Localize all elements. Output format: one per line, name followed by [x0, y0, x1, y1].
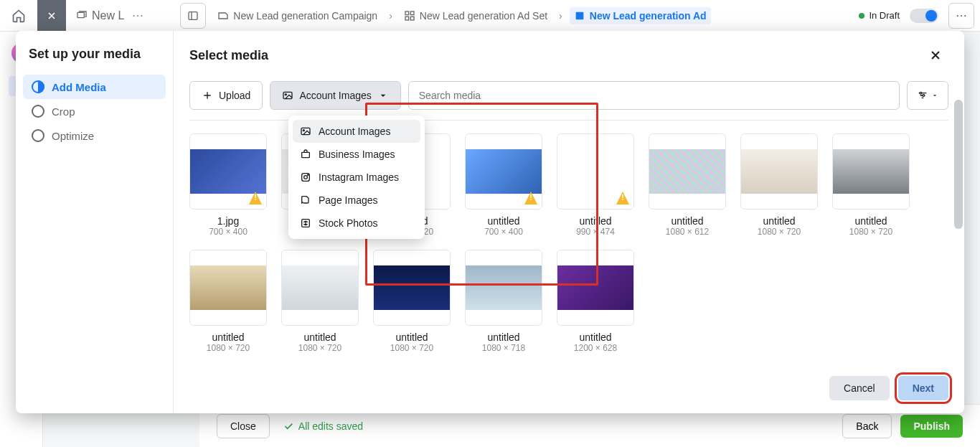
media-name: untitled: [303, 331, 336, 343]
chevron-right-icon: ›: [389, 10, 392, 22]
caret-down-icon: [931, 92, 938, 99]
media-tile[interactable]: untitled1200 × 628: [557, 250, 634, 353]
media-thumbnail[interactable]: [189, 133, 267, 210]
svg-rect-13: [302, 152, 310, 157]
filter-button[interactable]: [907, 81, 948, 110]
media-dimensions: 1080 × 720: [298, 343, 341, 353]
breadcrumb-adset[interactable]: New Lead generation Ad Set: [400, 7, 552, 24]
next-button[interactable]: Next: [898, 376, 948, 400]
media-thumbnail[interactable]: [465, 250, 542, 326]
search-input[interactable]: [408, 81, 900, 110]
media-thumbnail[interactable]: [281, 250, 359, 326]
svg-rect-4: [405, 17, 409, 20]
menu-business-images[interactable]: Business Images: [293, 143, 420, 166]
media-tile[interactable]: untitled1080 × 720: [373, 250, 451, 353]
svg-point-8: [286, 94, 287, 95]
thumbnail-image: [374, 265, 450, 310]
media-dimensions: 1080 × 612: [666, 227, 709, 237]
media-tile[interactable]: untitled990 × 474: [557, 133, 634, 237]
modal-footer: Cancel Next: [174, 367, 964, 413]
panel-toggle-icon[interactable]: [180, 3, 206, 29]
thumbnail-image: [557, 149, 633, 194]
media-tile[interactable]: 1.jpg700 × 400: [189, 133, 267, 237]
chevron-right-icon: ›: [559, 10, 562, 22]
media-thumbnail[interactable]: [557, 250, 634, 326]
status-toggle[interactable]: [910, 9, 938, 23]
media-name: untitled: [212, 331, 244, 343]
new-tab-label: New L: [92, 9, 124, 22]
menu-account-images[interactable]: Account Images: [293, 120, 420, 143]
media-thumbnail[interactable]: [465, 133, 542, 210]
empty-circle-icon: [32, 129, 44, 142]
media-dimensions: 1080 × 718: [482, 343, 525, 353]
svg-point-10: [923, 95, 925, 97]
svg-rect-11: [301, 128, 310, 134]
content-panel: Select media Upload Account Images: [174, 31, 964, 413]
media-dimensions: 1080 × 720: [207, 343, 250, 353]
step-optimize[interactable]: Optimize: [23, 123, 166, 148]
steps-title: Set up your media: [29, 47, 160, 62]
media-name: untitled: [579, 215, 611, 227]
breadcrumb-ad[interactable]: New Lead generation Ad: [570, 7, 711, 24]
cancel-button[interactable]: Cancel: [829, 376, 890, 400]
svg-rect-1: [189, 11, 197, 19]
svg-rect-3: [410, 11, 414, 15]
breadcrumb-campaign[interactable]: New Lead generation Campaign: [213, 7, 382, 24]
back-button[interactable]: Back: [842, 414, 892, 438]
media-thumbnail[interactable]: [740, 133, 818, 210]
top-breadcrumb-bar: New L ⋯ New Lead generation Campaign › N…: [0, 0, 980, 32]
svg-point-16: [308, 174, 308, 175]
image-source-dropdown[interactable]: Account Images: [270, 81, 400, 110]
menu-page-images[interactable]: Page Images: [293, 189, 420, 212]
media-name: untitled: [579, 331, 611, 343]
svg-rect-2: [405, 11, 409, 15]
media-dimensions: 1080 × 720: [390, 343, 433, 353]
media-thumbnail[interactable]: [557, 133, 634, 210]
media-tile[interactable]: untitled1080 × 720: [281, 250, 359, 353]
thumbnail-image: [466, 265, 542, 310]
menu-stock-photos[interactable]: Stock Photos: [293, 212, 420, 235]
media-thumbnail[interactable]: [373, 250, 451, 326]
saved-indicator: All edits saved: [283, 420, 363, 432]
close-modal-button[interactable]: [923, 42, 948, 68]
media-tile[interactable]: untitled1080 × 612: [649, 133, 726, 237]
upload-button[interactable]: Upload: [189, 81, 263, 110]
half-circle-icon: [32, 80, 44, 93]
close-tab-button[interactable]: [37, 0, 66, 32]
draft-status: In Draft: [859, 10, 900, 21]
media-tile[interactable]: untitled1080 × 720: [832, 133, 910, 237]
media-tile[interactable]: untitled1080 × 720: [740, 133, 818, 237]
close-button[interactable]: Close: [217, 414, 270, 438]
publish-button[interactable]: Publish: [900, 415, 963, 438]
media-tile[interactable]: untitled1080 × 718: [465, 250, 542, 353]
home-icon[interactable]: [6, 3, 32, 29]
svg-point-9: [920, 92, 922, 94]
content-title: Select media: [189, 48, 268, 63]
svg-rect-5: [410, 17, 414, 20]
media-dimensions: 1200 × 628: [574, 343, 617, 353]
media-tile[interactable]: untitled700 × 400: [465, 133, 542, 237]
breadcrumb: New Lead generation Campaign › New Lead …: [213, 7, 710, 24]
thumbnail-image: [741, 149, 817, 194]
media-thumbnail[interactable]: [649, 133, 726, 210]
step-crop[interactable]: Crop: [23, 99, 166, 123]
media-name: untitled: [671, 215, 703, 227]
caret-down-icon: [377, 90, 389, 101]
steps-panel: Set up your media Add Media Crop Optimiz…: [16, 31, 174, 413]
media-tile[interactable]: untitled1080 × 720: [189, 250, 267, 353]
thumbnail-image: [282, 265, 358, 310]
svg-rect-7: [283, 92, 292, 98]
menu-instagram-images[interactable]: Instagram Images: [293, 166, 420, 189]
thumbnail-image: [557, 265, 633, 310]
media-toolbar: Upload Account Images Account Images: [174, 77, 964, 120]
media-dimensions: 700 × 400: [209, 227, 248, 237]
media-modal: Set up your media Add Media Crop Optimiz…: [16, 31, 964, 413]
more-menu-button[interactable]: ⋯: [948, 3, 974, 29]
media-thumbnail[interactable]: [189, 250, 267, 326]
thumbnail-image: [190, 149, 266, 194]
new-tab[interactable]: New L: [69, 3, 131, 29]
step-add-media[interactable]: Add Media: [23, 75, 166, 99]
media-thumbnail[interactable]: [832, 133, 910, 210]
media-name: untitled: [763, 215, 795, 227]
media-dimensions: 990 × 474: [576, 227, 615, 237]
